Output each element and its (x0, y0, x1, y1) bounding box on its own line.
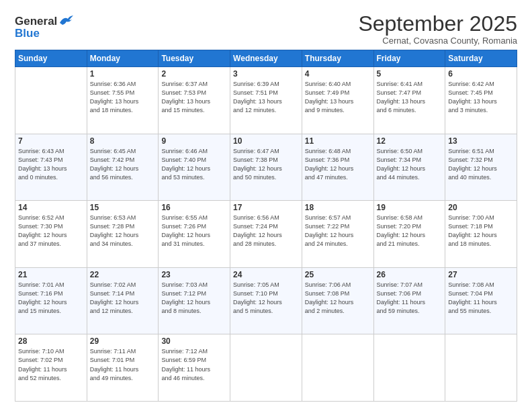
day-info: Sunrise: 7:07 AM Sunset: 7:06 PM Dayligh… (377, 281, 443, 316)
calendar-cell: 2Sunrise: 6:37 AM Sunset: 7:53 PM Daylig… (159, 67, 230, 134)
day-info: Sunrise: 7:02 AM Sunset: 7:14 PM Dayligh… (90, 281, 156, 316)
day-info: Sunrise: 6:56 AM Sunset: 7:24 PM Dayligh… (233, 214, 299, 248)
day-info: Sunrise: 7:01 AM Sunset: 7:16 PM Dayligh… (18, 281, 84, 316)
day-info: Sunrise: 6:52 AM Sunset: 7:30 PM Dayligh… (18, 214, 84, 248)
calendar-cell: 13Sunrise: 6:51 AM Sunset: 7:32 PM Dayli… (445, 134, 517, 201)
day-number: 21 (18, 270, 84, 279)
day-info: Sunrise: 6:43 AM Sunset: 7:43 PM Dayligh… (18, 147, 84, 182)
calendar-cell: 24Sunrise: 7:05 AM Sunset: 7:10 PM Dayli… (230, 267, 302, 334)
day-info: Sunrise: 6:42 AM Sunset: 7:45 PM Dayligh… (448, 80, 514, 115)
day-info: Sunrise: 6:40 AM Sunset: 7:49 PM Dayligh… (305, 80, 371, 115)
calendar-cell: 27Sunrise: 7:08 AM Sunset: 7:04 PM Dayli… (445, 267, 517, 334)
day-number: 17 (233, 203, 299, 212)
day-info: Sunrise: 6:36 AM Sunset: 7:55 PM Dayligh… (90, 80, 156, 115)
day-info: Sunrise: 6:57 AM Sunset: 7:22 PM Dayligh… (305, 214, 371, 248)
month-title: September 2025 (358, 12, 517, 36)
calendar-cell: 18Sunrise: 6:57 AM Sunset: 7:22 PM Dayli… (302, 201, 373, 268)
calendar-cell: 7Sunrise: 6:43 AM Sunset: 7:43 PM Daylig… (15, 134, 87, 201)
calendar-cell: 29Sunrise: 7:11 AM Sunset: 7:01 PM Dayli… (87, 334, 159, 402)
logo-blue: Blue (15, 27, 40, 40)
calendar-cell: 5Sunrise: 6:41 AM Sunset: 7:47 PM Daylig… (373, 67, 445, 134)
calendar-cell: 3Sunrise: 6:39 AM Sunset: 7:51 PM Daylig… (230, 67, 302, 134)
day-number: 29 (90, 336, 156, 346)
day-number: 7 (18, 136, 84, 146)
calendar-cell: 15Sunrise: 6:53 AM Sunset: 7:28 PM Dayli… (87, 201, 159, 268)
weekday-header-wednesday: Wednesday (230, 50, 302, 67)
day-number: 14 (18, 203, 84, 212)
calendar-cell: 14Sunrise: 6:52 AM Sunset: 7:30 PM Dayli… (15, 201, 87, 268)
day-number: 11 (305, 136, 371, 146)
calendar-table: SundayMondayTuesdayWednesdayThursdayFrid… (15, 50, 517, 402)
calendar-cell (445, 334, 517, 402)
day-info: Sunrise: 6:39 AM Sunset: 7:51 PM Dayligh… (233, 80, 299, 115)
day-number: 16 (161, 203, 227, 212)
day-info: Sunrise: 6:53 AM Sunset: 7:28 PM Dayligh… (90, 214, 156, 248)
day-info: Sunrise: 7:00 AM Sunset: 7:18 PM Dayligh… (448, 214, 514, 248)
weekday-header-sunday: Sunday (15, 50, 87, 67)
day-info: Sunrise: 6:47 AM Sunset: 7:38 PM Dayligh… (233, 147, 299, 182)
day-number: 15 (90, 203, 156, 212)
weekday-header-thursday: Thursday (302, 50, 373, 67)
calendar-week-row: 1Sunrise: 6:36 AM Sunset: 7:55 PM Daylig… (15, 67, 517, 134)
day-number: 6 (448, 69, 514, 79)
location-subtitle: Cernat, Covasna County, Romania (358, 36, 517, 46)
day-info: Sunrise: 6:41 AM Sunset: 7:47 PM Dayligh… (377, 80, 443, 115)
day-number: 12 (377, 136, 443, 146)
day-number: 1 (90, 69, 156, 79)
day-info: Sunrise: 6:46 AM Sunset: 7:40 PM Dayligh… (161, 147, 227, 182)
calendar-cell: 12Sunrise: 6:50 AM Sunset: 7:34 PM Dayli… (373, 134, 445, 201)
day-number: 5 (377, 69, 443, 79)
day-info: Sunrise: 6:50 AM Sunset: 7:34 PM Dayligh… (377, 147, 443, 182)
weekday-header-saturday: Saturday (445, 50, 517, 67)
day-number: 20 (448, 203, 514, 212)
day-number: 13 (448, 136, 514, 146)
day-number: 19 (377, 203, 443, 212)
day-info: Sunrise: 6:45 AM Sunset: 7:42 PM Dayligh… (90, 147, 156, 182)
calendar-cell: 16Sunrise: 6:55 AM Sunset: 7:26 PM Dayli… (159, 201, 230, 268)
calendar-cell: 6Sunrise: 6:42 AM Sunset: 7:45 PM Daylig… (445, 67, 517, 134)
day-number: 24 (233, 270, 299, 279)
logo: General Blue (15, 15, 73, 40)
day-number: 4 (305, 69, 371, 79)
calendar-cell: 17Sunrise: 6:56 AM Sunset: 7:24 PM Dayli… (230, 201, 302, 268)
calendar-cell (15, 67, 87, 134)
calendar-cell: 30Sunrise: 7:12 AM Sunset: 6:59 PM Dayli… (159, 334, 230, 402)
calendar-cell: 10Sunrise: 6:47 AM Sunset: 7:38 PM Dayli… (230, 134, 302, 201)
title-section: September 2025 Cernat, Covasna County, R… (358, 12, 517, 46)
day-info: Sunrise: 6:58 AM Sunset: 7:20 PM Dayligh… (377, 214, 443, 248)
weekday-header-tuesday: Tuesday (159, 50, 230, 67)
day-number: 28 (18, 336, 84, 346)
calendar-cell: 23Sunrise: 7:03 AM Sunset: 7:12 PM Dayli… (159, 267, 230, 334)
calendar-cell: 1Sunrise: 6:36 AM Sunset: 7:55 PM Daylig… (87, 67, 159, 134)
logo-general: General (15, 15, 57, 28)
calendar-cell: 28Sunrise: 7:10 AM Sunset: 7:02 PM Dayli… (15, 334, 87, 402)
day-info: Sunrise: 7:11 AM Sunset: 7:01 PM Dayligh… (90, 347, 156, 382)
day-number: 8 (90, 136, 156, 146)
day-info: Sunrise: 6:48 AM Sunset: 7:36 PM Dayligh… (305, 147, 371, 182)
day-info: Sunrise: 7:05 AM Sunset: 7:10 PM Dayligh… (233, 281, 299, 316)
day-number: 9 (161, 136, 227, 146)
day-number: 22 (90, 270, 156, 279)
day-info: Sunrise: 6:55 AM Sunset: 7:26 PM Dayligh… (161, 214, 227, 248)
day-number: 30 (161, 336, 227, 346)
calendar-cell: 26Sunrise: 7:07 AM Sunset: 7:06 PM Dayli… (373, 267, 445, 334)
day-number: 23 (161, 270, 227, 279)
day-number: 10 (233, 136, 299, 146)
day-number: 3 (233, 69, 299, 79)
calendar-cell: 21Sunrise: 7:01 AM Sunset: 7:16 PM Dayli… (15, 267, 87, 334)
day-number: 2 (161, 69, 227, 79)
calendar-week-row: 14Sunrise: 6:52 AM Sunset: 7:30 PM Dayli… (15, 201, 517, 268)
calendar-cell (230, 334, 302, 402)
weekday-header-friday: Friday (373, 50, 445, 67)
day-number: 25 (305, 270, 371, 279)
calendar-week-row: 7Sunrise: 6:43 AM Sunset: 7:43 PM Daylig… (15, 134, 517, 201)
day-info: Sunrise: 7:10 AM Sunset: 7:02 PM Dayligh… (18, 347, 84, 382)
calendar-cell: 22Sunrise: 7:02 AM Sunset: 7:14 PM Dayli… (87, 267, 159, 334)
calendar-cell: 8Sunrise: 6:45 AM Sunset: 7:42 PM Daylig… (87, 134, 159, 201)
day-info: Sunrise: 7:03 AM Sunset: 7:12 PM Dayligh… (161, 281, 227, 316)
page: General Blue September 2025 Cernat, Cova… (0, 0, 532, 411)
calendar-week-row: 21Sunrise: 7:01 AM Sunset: 7:16 PM Dayli… (15, 267, 517, 334)
day-number: 27 (448, 270, 514, 279)
day-info: Sunrise: 7:12 AM Sunset: 6:59 PM Dayligh… (161, 347, 227, 382)
calendar-cell: 11Sunrise: 6:48 AM Sunset: 7:36 PM Dayli… (302, 134, 373, 201)
